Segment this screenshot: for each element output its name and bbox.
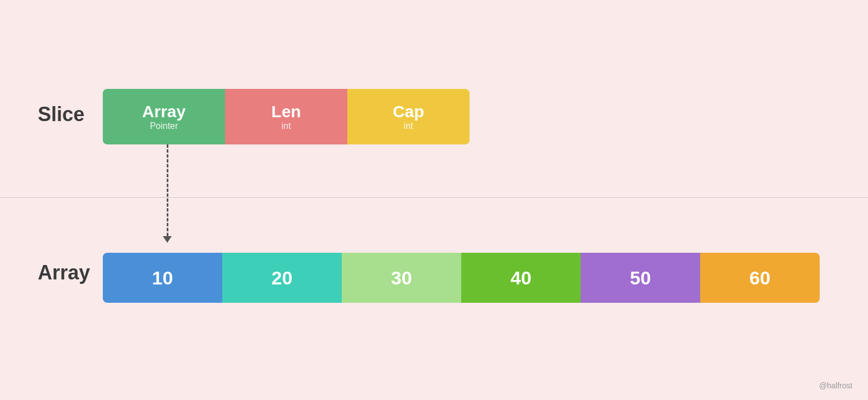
dashed-arrow bbox=[163, 144, 172, 243]
slice-len-subtitle: int bbox=[282, 121, 291, 131]
array-value-60: 60 bbox=[750, 267, 771, 289]
watermark: @halfrost bbox=[819, 381, 852, 390]
divider-line bbox=[0, 197, 868, 198]
array-row: 10 20 30 40 50 60 bbox=[103, 253, 820, 303]
slice-block-array-pointer: Array Pointer bbox=[103, 89, 225, 144]
slice-label: Slice bbox=[38, 103, 84, 126]
array-label: Array bbox=[38, 261, 90, 284]
slice-block-cap: Cap int bbox=[347, 89, 470, 144]
slice-array-title: Array bbox=[142, 102, 186, 121]
array-value-30: 30 bbox=[391, 267, 412, 289]
slice-cap-subtitle: int bbox=[404, 121, 413, 131]
slice-len-title: Len bbox=[271, 102, 301, 121]
array-block-60: 60 bbox=[700, 253, 820, 303]
array-block-50: 50 bbox=[581, 253, 700, 303]
arrow-head bbox=[163, 236, 172, 243]
array-value-20: 20 bbox=[272, 267, 293, 289]
slice-block-len: Len int bbox=[225, 89, 347, 144]
array-block-10: 10 bbox=[103, 253, 222, 303]
diagram-container: Slice Array Array Pointer Len int Cap in… bbox=[0, 0, 868, 400]
array-value-10: 10 bbox=[152, 267, 173, 289]
array-value-40: 40 bbox=[511, 267, 532, 289]
slice-array-subtitle: Pointer bbox=[150, 121, 178, 131]
dashed-line bbox=[167, 144, 168, 236]
array-block-30: 30 bbox=[342, 253, 461, 303]
array-block-20: 20 bbox=[222, 253, 342, 303]
array-block-40: 40 bbox=[461, 253, 581, 303]
slice-row: Array Pointer Len int Cap int bbox=[103, 89, 470, 144]
slice-cap-title: Cap bbox=[393, 102, 425, 121]
array-value-50: 50 bbox=[630, 267, 651, 289]
